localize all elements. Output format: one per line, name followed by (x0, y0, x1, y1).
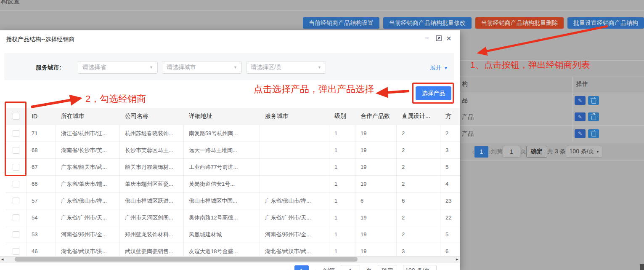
page-title-partial: 构设置 (1, 0, 20, 5)
row-checkbox[interactable] (13, 231, 19, 238)
expand-filters-link[interactable]: 展开 ▼ (430, 64, 448, 72)
highlight-box-checkbox-column (5, 102, 27, 176)
row-checkbox[interactable] (13, 248, 19, 255)
delete-button[interactable] (588, 129, 599, 138)
bg-table-row: 品✎ (460, 92, 644, 109)
table-cell (260, 125, 329, 142)
table-cell: 浙江省/杭州市/江... (56, 125, 120, 142)
table-row: 71浙江省/杭州市/江...杭州苏堤春晓装饰...南复路59号杭州陶...119… (5, 125, 460, 142)
row-checkbox[interactable] (13, 198, 19, 204)
table-cell: 奥体南路12号高德... (184, 209, 260, 226)
toolbar-button[interactable]: 当前经销商产品结构批量修改 (383, 17, 472, 29)
screen: { "page": { "partial_title": "构设置", "too… (0, 0, 644, 270)
table-cell: 黄岗街道信安1号... (184, 176, 260, 192)
dialog-pagination: ‹ 1 › 到第 1 页 确定 100 条/页 ▾ (286, 265, 437, 270)
table-cell: 广东省/佛山市/禅... (260, 192, 329, 209)
city-select[interactable]: 请选择城市 ▼ (162, 61, 242, 74)
next-page-icon[interactable]: › (315, 267, 317, 270)
table-cell: 河南省/郑州市/金... (56, 226, 120, 243)
chevron-down-icon: ▼ (233, 65, 237, 70)
table-cell: 71 (27, 125, 56, 142)
table-cell: 韶关市丹霞装饰材... (120, 159, 184, 175)
delete-button[interactable] (588, 112, 599, 121)
divider (460, 160, 644, 161)
table-cell: 郑州蓝龙装饰材料... (120, 226, 184, 243)
scroll-right-icon[interactable]: ▶ (456, 258, 458, 261)
service-city-label: 服务城市: (36, 64, 61, 72)
column-header: ID (27, 113, 56, 120)
table-cell: 1 (329, 226, 355, 243)
minimize-icon[interactable]: − (422, 34, 432, 43)
table-cell: 佛山市禅城区跃进... (120, 192, 184, 209)
toolbar-button[interactable]: 批量设置经销商产品结构 (567, 17, 644, 29)
table-cell: 6 (355, 192, 397, 209)
page-number-button[interactable]: 1 (474, 146, 488, 158)
table-cell: 1 (329, 209, 355, 226)
page-size-select[interactable]: 100 条/页 ▾ (403, 265, 437, 270)
city-placeholder: 请选择城市 (167, 64, 196, 71)
table-cell: 68 (27, 142, 56, 158)
table-cell: 23 (440, 192, 460, 209)
table-row: 68湖南省/长沙市/芙...长沙市芙蓉区马王...远大一路马王堆陶...1192… (5, 142, 460, 159)
pencil-icon: ✎ (578, 98, 582, 104)
annotation-step1: 1、点击按钮，弹出经销商列表 (470, 59, 590, 71)
row-checkbox-cell (5, 226, 27, 243)
table-cell: 2 (397, 125, 440, 142)
scroll-left-icon[interactable]: ◀ (1, 258, 3, 261)
page-unit-label: 页 (520, 148, 526, 155)
table-cell: 5 (440, 226, 460, 243)
page-scrollbar-corner (640, 264, 644, 270)
chevron-down-icon: ▼ (318, 65, 321, 70)
district-select[interactable]: 请选择区/县 ▼ (246, 61, 326, 74)
total-count-label: 共 3 条 (547, 148, 566, 155)
table-cell: 19 (355, 209, 397, 226)
dealer-table: ID所在城市公司名称详细地址服务城市级别合作产品数直属设计...方 71浙江省/… (5, 108, 460, 260)
column-header: 方 (440, 112, 460, 120)
row-checkbox-cell (5, 176, 27, 192)
prev-page-icon[interactable]: ‹ (286, 267, 289, 270)
confirm-button[interactable]: 确定 (378, 265, 397, 270)
toolbar-button[interactable]: 当前经销商产品结构设置 (303, 17, 379, 29)
divider (572, 77, 572, 142)
row-checkbox[interactable] (13, 181, 19, 187)
trash-icon (591, 132, 596, 136)
table-cell: 1 (329, 192, 355, 209)
toolbar-button[interactable]: 当前经销商产品结构批量删除 (475, 17, 564, 29)
table-cell: 1 (329, 176, 355, 192)
table-cell: 河南省/郑州市/金... (260, 226, 329, 243)
annotation-step3: 点击选择产品，弹出产品选择 (254, 83, 374, 96)
table-cell: 67 (27, 159, 56, 175)
edit-button[interactable]: ✎ (575, 112, 586, 121)
scrollbar-thumb[interactable] (15, 257, 358, 262)
select-dealer-dialog: 授权产品结构--选择经销商 − × 服务城市: 请选择省 ▼ 请选择城市 ▼ 请… (0, 30, 460, 270)
edit-button[interactable]: ✎ (575, 129, 586, 138)
annotation-step2: 2，勾选经销商 (85, 93, 146, 105)
goto-page-input[interactable]: 1 (341, 265, 360, 270)
row-checkbox[interactable] (13, 214, 19, 221)
goto-page-input[interactable]: 1 (503, 146, 520, 158)
table-cell: 南复路59号杭州陶... (184, 125, 260, 142)
table-cell: 3 (440, 142, 460, 158)
maximize-icon[interactable] (434, 34, 443, 43)
table-cell: 19 (355, 159, 397, 175)
page-size-select[interactable]: 100 条/页 ▾ (566, 146, 603, 158)
province-select[interactable]: 请选择省 ▼ (78, 61, 158, 74)
delete-button[interactable] (588, 96, 599, 105)
confirm-button[interactable]: 确定 (526, 146, 547, 158)
table-cell: 19 (355, 142, 397, 158)
page-size-value: 100 条/页 (570, 148, 594, 155)
table-cell: 广东省/广州市/天... (260, 209, 329, 226)
table-cell: 2 (397, 209, 440, 226)
goto-label: 到第 (323, 267, 335, 270)
row-text-fragment: 品 (462, 97, 468, 104)
table-cell: 佛山市禅城区中国... (184, 192, 260, 209)
table-cell: 66 (27, 176, 56, 192)
page-number-button[interactable]: 1 (294, 265, 309, 270)
chevron-down-icon: ▾ (597, 150, 599, 154)
table-cell (260, 176, 329, 192)
table-cell: 长沙市芙蓉区马王... (120, 142, 184, 158)
edit-button[interactable]: ✎ (575, 96, 586, 105)
close-icon[interactable]: × (444, 34, 453, 43)
bg-table-header-structure: 构 (462, 80, 468, 88)
column-header: 直属设计... (397, 112, 440, 120)
